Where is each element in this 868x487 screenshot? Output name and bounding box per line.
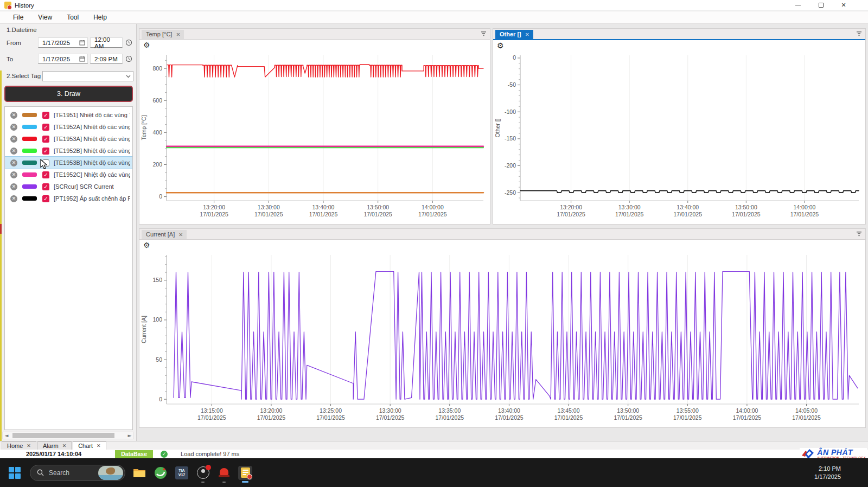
to-time-field[interactable]: 2:09 PM <box>90 54 123 64</box>
tag-row[interactable]: ✕✓[TE1953A] Nhiệt độ các vùng TE 19 <box>5 133 132 145</box>
filter-icon[interactable] <box>481 31 487 36</box>
titlebar: History ✕ <box>0 0 868 11</box>
x-tick-date: 17/01/2025 <box>792 414 821 421</box>
tab-current[interactable]: Current [A] ✕ <box>142 230 187 239</box>
to-time-value: 2:09 PM <box>94 56 118 62</box>
doc-tab-close-icon[interactable]: ✕ <box>62 443 67 448</box>
other-chart[interactable]: 0-50-100-150-200-25013:20:0017/01/202513… <box>493 51 865 223</box>
draw-button[interactable]: 3. Draw <box>4 86 133 102</box>
doc-tab-chart[interactable]: Chart✕ <box>73 441 106 450</box>
x-tick-date: 17/01/2025 <box>200 211 228 217</box>
taskbar-history-app-icon[interactable] <box>238 466 252 480</box>
tag-delete-icon[interactable]: ✕ <box>10 183 17 190</box>
tag-row[interactable]: ✕✓[PT1952] Áp suất chênh áp PT 195 <box>5 193 132 204</box>
close-button[interactable]: ✕ <box>832 0 855 10</box>
scroll-right-icon[interactable]: ► <box>126 433 133 438</box>
taskbar-file-explorer-icon[interactable] <box>132 466 146 480</box>
clock-icon[interactable] <box>125 39 132 46</box>
from-time-field[interactable]: 12:00 AM <box>90 37 123 48</box>
panel-other: Other [] ✕ ⚙ 0-50-100-150-200-25013:20:0… <box>493 28 866 225</box>
calendar-icon[interactable] <box>79 56 85 62</box>
tag-delete-icon[interactable]: ✕ <box>10 171 17 178</box>
tab-temp-close-icon[interactable]: ✕ <box>176 31 180 37</box>
taskbar-tia-v17-icon[interactable]: TIAV17 <box>175 466 189 480</box>
doc-tab-label: Alarm <box>43 443 59 449</box>
tag-row[interactable]: ✕✓[TE1952C] Nhiệt độ các vùng TE 19 <box>5 169 132 181</box>
from-date-value: 1/17/2025 <box>42 40 70 46</box>
tag-label: [TE1952C] Nhiệt độ các vùng TE 19 <box>54 171 130 178</box>
panel-current: Current [A] ✕ ⚙ 05010015013:15:0017/01/2… <box>139 228 866 428</box>
x-tick-time: 13:30:00 <box>258 204 280 210</box>
tag-checkbox[interactable]: ✓ <box>42 136 49 143</box>
current-chart[interactable]: 05010015013:15:0017/01/202513:20:0017/01… <box>139 251 865 427</box>
scrollbar-thumb[interactable] <box>12 433 114 438</box>
calendar-icon[interactable] <box>79 40 85 46</box>
taskbar-alarm-app-icon[interactable] <box>217 466 231 480</box>
tag-delete-icon[interactable]: ✕ <box>10 159 17 166</box>
tab-temp[interactable]: Temp [°C] ✕ <box>142 30 184 39</box>
menu-file[interactable]: File <box>7 12 31 23</box>
filter-icon[interactable] <box>856 231 862 236</box>
x-tick-time: 14:05:00 <box>795 407 818 414</box>
search-input[interactable]: Search <box>30 465 125 481</box>
gear-icon[interactable]: ⚙ <box>143 41 150 49</box>
search-icon <box>37 469 44 476</box>
gear-icon[interactable]: ⚙ <box>143 241 150 249</box>
doc-tab-close-icon[interactable]: ✕ <box>97 443 101 448</box>
tab-current-close-icon[interactable]: ✕ <box>178 232 183 238</box>
start-button[interactable] <box>9 467 21 479</box>
tag-delete-icon[interactable]: ✕ <box>10 148 17 155</box>
tag-row[interactable]: ✕✓[SCRcur] SCR Current <box>5 181 132 193</box>
doc-tab-close-icon[interactable]: ✕ <box>27 443 31 448</box>
x-tick-date: 17/01/2025 <box>732 211 761 217</box>
maximize-button[interactable] <box>809 0 832 10</box>
tag-delete-icon[interactable]: ✕ <box>10 124 17 131</box>
tab-other[interactable]: Other [] ✕ <box>495 30 533 39</box>
x-tick-date: 17/01/2025 <box>436 414 464 421</box>
doc-tab-alarm[interactable]: Alarm✕ <box>37 441 72 450</box>
horizontal-scrollbar[interactable]: ◄ ► <box>2 432 134 439</box>
taskbar-clock[interactable]: 2:10 PM 1/17/2025 <box>814 465 841 481</box>
search-highlight-image[interactable] <box>98 466 123 480</box>
from-date-field[interactable]: 1/17/2025 <box>38 37 88 48</box>
to-date-field[interactable]: 1/17/2025 <box>38 54 88 64</box>
x-tick-date: 17/01/2025 <box>363 211 392 217</box>
tag-checkbox[interactable]: ✓ <box>42 124 49 131</box>
y-tick-label: 150 <box>152 277 162 283</box>
tag-delete-icon[interactable]: ✕ <box>10 136 17 143</box>
tag-checkbox[interactable]: ✓ <box>42 148 49 155</box>
series-[SCRcur] <box>174 272 858 400</box>
gear-icon[interactable]: ⚙ <box>497 42 504 49</box>
scroll-left-icon[interactable]: ◄ <box>3 433 10 438</box>
tag-row[interactable]: ✕✓[TE1951] Nhiệt độ các vùng TE 195 <box>5 109 132 121</box>
tab-other-close-icon[interactable]: ✕ <box>525 31 529 37</box>
x-tick-date: 17/01/2025 <box>557 211 585 217</box>
clock-icon[interactable] <box>125 55 132 62</box>
y-axis-label: Other [] <box>494 118 501 137</box>
x-tick-time: 14:00:00 <box>794 204 816 210</box>
x-tick-date: 17/01/2025 <box>673 414 702 421</box>
tag-row[interactable]: ✕✓[TE1952A] Nhiệt độ các vùng TE 19 <box>5 121 132 133</box>
tag-row[interactable]: ✕[TE1953B] Nhiệt độ các vùng TE 19 <box>5 157 132 169</box>
taskbar-obs-icon[interactable] <box>196 466 210 480</box>
tag-checkbox[interactable]: ✓ <box>42 171 49 178</box>
tag-row[interactable]: ✕✓[TE1952B] Nhiệt độ các vùng TE 19 <box>5 145 132 157</box>
filter-icon[interactable] <box>856 31 862 36</box>
tag-checkbox[interactable]: ✓ <box>42 195 49 202</box>
tag-color-swatch <box>22 161 37 165</box>
tag-checkbox[interactable]: ✓ <box>42 183 49 190</box>
y-tick-label: 200 <box>152 161 162 168</box>
x-tick-time: 13:20:00 <box>260 407 282 414</box>
temp-chart[interactable]: 020040060080013:20:0017/01/202513:30:001… <box>139 50 490 223</box>
doc-tab-home[interactable]: Home✕ <box>2 441 36 450</box>
menu-tool[interactable]: Tool <box>60 12 87 23</box>
tag-delete-icon[interactable]: ✕ <box>10 195 17 202</box>
taskbar-green-app-icon[interactable] <box>154 466 168 480</box>
tag-label: [PT1952] Áp suất chênh áp PT 195 <box>54 195 130 202</box>
tag-checkbox[interactable]: ✓ <box>42 112 49 119</box>
menu-view[interactable]: View <box>31 12 60 23</box>
tag-delete-icon[interactable]: ✕ <box>10 112 17 119</box>
select-tag-dropdown[interactable] <box>42 71 133 81</box>
minimize-button[interactable] <box>787 0 809 10</box>
menu-help[interactable]: Help <box>87 12 115 23</box>
